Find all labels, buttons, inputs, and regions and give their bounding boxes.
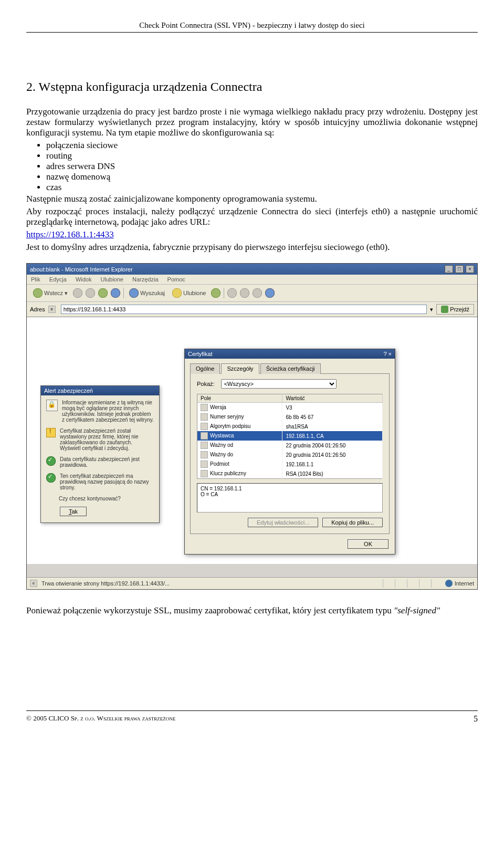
address-label: Adres — [30, 306, 45, 312]
default-url-link[interactable]: https://192.168.1.1:4433 — [26, 229, 114, 239]
alert-ok-text: Ten certyfikat zabezpieczeń ma prawidłow… — [60, 473, 154, 490]
page-header: Check Point Connectra (SSL VPN) - bezpie… — [26, 21, 478, 33]
cert-tabs: Ogólne Szczegóły Ścieżka certyfikacji — [190, 363, 390, 374]
section-heading: 2. Wstępna konfiguracja urządzenia Conne… — [26, 80, 478, 94]
copy-to-file-button[interactable]: Kopiuj do pliku... — [322, 518, 383, 527]
mail-icon[interactable] — [227, 288, 237, 298]
list-item: routing — [46, 151, 478, 161]
page-number: 5 — [474, 714, 478, 724]
minimize-icon[interactable]: _ — [445, 265, 453, 273]
para-next: Następnie muszą zostać zainicjalizowane … — [26, 194, 478, 204]
maximize-icon[interactable]: □ — [455, 265, 464, 273]
menu-item[interactable]: Pomoc — [167, 276, 185, 283]
menu-item[interactable]: Narzędzia — [132, 276, 159, 283]
refresh-icon[interactable] — [98, 288, 108, 298]
copyright: © 2005 CLICO Sp. z o.o. Wszelkie prawa z… — [26, 714, 175, 724]
page-icon: e — [48, 306, 56, 313]
table-row-selected: Wystawca192.168.1.1, CA — [197, 431, 383, 441]
cert-detail-box: CN = 192.168.1.1 O = CA — [197, 483, 383, 513]
col-field: Pole — [197, 394, 282, 403]
edit-properties-button: Edytuj właściwości... — [248, 518, 318, 527]
window-controls: _ □ × — [444, 265, 474, 273]
field-icon — [201, 423, 208, 430]
alert-title: Alert zabezpieczeń — [41, 386, 159, 395]
ie-screenshot: about:blank - Microsoft Internet Explore… — [26, 263, 478, 590]
tab-certpath[interactable]: Ścieżka certyfikacji — [260, 363, 321, 374]
alert-ok-text: Data certyfikatu zabezpieczeń jest prawi… — [60, 456, 154, 468]
menu-item[interactable]: Ulubione — [101, 276, 123, 283]
cert-title-text: Certyfikat — [188, 351, 212, 357]
field-icon — [201, 413, 208, 421]
edit-icon[interactable] — [253, 288, 262, 298]
forward-icon[interactable] — [73, 288, 82, 298]
status-text: Trwa otwieranie strony https://192.168.1… — [41, 580, 170, 587]
ie-toolbar: Wstecz ▾ Wyszukaj Ulubione — [27, 285, 477, 302]
star-icon — [172, 288, 182, 298]
check-icon — [46, 473, 56, 483]
show-select[interactable]: <Wszyscy> — [221, 379, 337, 389]
field-icon — [201, 432, 208, 440]
alert-info-text: Informacje wymieniane z tą witryną nie m… — [62, 400, 154, 423]
yes-label: ak — [72, 508, 78, 515]
field-icon — [201, 442, 208, 449]
ok-button[interactable]: OK — [348, 539, 388, 549]
cert-details-table[interactable]: Pole Wartość WersjaV3 Numer seryjny6b 8b… — [197, 394, 383, 479]
bluetooth-icon[interactable] — [265, 288, 275, 298]
history-icon[interactable] — [211, 288, 220, 298]
home-icon[interactable] — [111, 288, 120, 298]
tab-general[interactable]: Ogólne — [190, 363, 220, 374]
page-footer: © 2005 CLICO Sp. z o.o. Wszelkie prawa z… — [26, 710, 478, 724]
lock-icon — [46, 400, 58, 411]
alert-warn-text: Certyfikat zabezpieczeń został wystawion… — [60, 428, 154, 451]
go-button[interactable]: Przejdź — [436, 304, 474, 315]
menu-item[interactable]: Edycja — [49, 276, 67, 283]
table-row: Klucz publicznyRSA (1024 Bits) — [197, 469, 383, 479]
favorites-button[interactable]: Ulubione — [170, 287, 208, 299]
table-row: Algorytm podpisusha1RSA — [197, 422, 383, 431]
para-default-addr: Jest to domyślny adres urządzenia, fabry… — [26, 242, 478, 253]
col-value: Wartość — [282, 394, 383, 403]
close-icon[interactable]: × — [466, 265, 474, 273]
search-button[interactable]: Wyszukaj — [127, 287, 167, 299]
cert-title-controls[interactable]: ? × — [383, 351, 392, 357]
list-item: nazwę domenową — [46, 172, 478, 182]
field-icon — [201, 470, 208, 477]
menu-item[interactable]: Plik — [31, 276, 40, 283]
print-icon[interactable] — [240, 288, 249, 298]
field-icon — [201, 451, 208, 458]
field-icon — [201, 461, 208, 468]
back-button[interactable]: Wstecz ▾ — [31, 287, 70, 299]
ie-content-area: Alert zabezpieczeń Informacje wymieniane… — [27, 317, 477, 564]
bullet-list: połączenia sieciowe routing adres serwer… — [26, 140, 478, 193]
para-intro: Przygotowanie urządzenia do pracy jest b… — [26, 107, 478, 138]
tab-details[interactable]: Szczegóły — [221, 363, 259, 374]
warning-icon — [46, 428, 56, 437]
show-label: Pokaż: — [197, 381, 215, 387]
table-row: Ważny od22 grudnia 2004 01:26:50 — [197, 441, 383, 450]
list-item: połączenia sieciowe — [46, 140, 478, 151]
list-item: czas — [46, 182, 478, 193]
search-icon — [129, 288, 139, 298]
ie-addressbar: Adres e ▾ Przejdź — [27, 302, 477, 317]
certificate-dialog: Certyfikat ? × Ogólne Szczegóły Ścieżka … — [184, 349, 395, 555]
ie-menubar: Plik Edycja Widok Ulubione Narzędzia Pom… — [27, 275, 477, 285]
list-item: adres serwera DNS — [46, 161, 478, 172]
stop-icon[interactable] — [86, 288, 95, 298]
ie-titlebar: about:blank - Microsoft Internet Explore… — [27, 264, 477, 275]
ie-statusbar: eTrwa otwieranie strony https://192.168.… — [27, 577, 477, 589]
window-title: about:blank - Microsoft Internet Explore… — [30, 266, 133, 273]
menu-item[interactable]: Widok — [76, 276, 92, 283]
alert-question: Czy chcesz kontynuować? — [59, 496, 121, 501]
table-row: Numer seryjny6b 8b 45 67 — [197, 412, 383, 422]
go-icon — [441, 306, 448, 313]
address-input[interactable] — [61, 305, 427, 314]
zone-label: Internet — [455, 580, 474, 587]
yes-button[interactable]: Tak — [60, 507, 87, 516]
page-icon: e — [30, 580, 37, 587]
internet-zone-icon — [445, 580, 453, 587]
field-icon — [201, 404, 208, 411]
table-row: WersjaV3 — [197, 403, 383, 413]
dropdown-icon[interactable]: ▾ — [430, 306, 433, 313]
table-row: Podmiot192.168.1.1 — [197, 459, 383, 469]
back-icon — [33, 288, 43, 298]
